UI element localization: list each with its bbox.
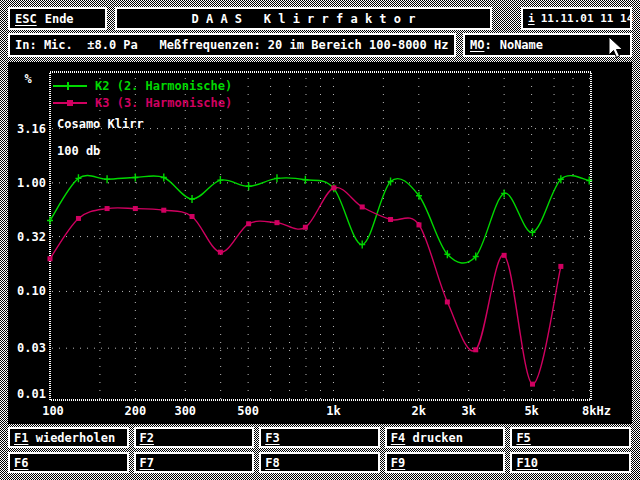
svg-text:%: % [24, 72, 32, 86]
input-status-bar: In: Mic. ±8.0 Pa Meßfrequenzen: 20 im Be… [8, 33, 456, 57]
level-label: 100 db [57, 144, 100, 158]
svg-text:100: 100 [42, 404, 64, 418]
esc-label: Ende [45, 12, 74, 26]
plus-marker-icon [67, 82, 69, 90]
svg-text:0.32: 0.32 [17, 230, 46, 244]
function-key-row-1: F1 wiederholen F2 F3 F4 drucken F5 [8, 427, 631, 448]
info-key: i [528, 12, 535, 25]
svg-text:8kHz: 8kHz [582, 404, 611, 418]
legend-k2: K2 (2. Harmonische) [53, 79, 232, 93]
svg-text:500: 500 [237, 404, 259, 418]
svg-text:0.03: 0.03 [17, 341, 46, 355]
mo-separator: : [484, 38, 491, 52]
f3-button[interactable]: F3 [259, 427, 380, 448]
k2-line-swatch [53, 85, 87, 87]
info-button[interactable]: i 11.11.01 11 14 [521, 7, 632, 30]
f1-button[interactable]: F1 wiederholen [8, 427, 129, 448]
svg-text:3.16: 3.16 [17, 122, 46, 136]
svg-text:0.10: 0.10 [17, 284, 46, 298]
svg-text:3k: 3k [461, 404, 476, 418]
chart-panel: %3.161.000.320.100.030.011002003005001k2… [8, 62, 632, 424]
f7-button[interactable]: F7 [134, 452, 255, 473]
f5-button[interactable]: F5 [510, 427, 631, 448]
daas-screen: ESC Ende D A A S K l i r r f a k t o r i… [0, 0, 640, 480]
app-title: D A A S K l i r r f a k t o r [192, 12, 416, 26]
svg-text:300: 300 [174, 404, 196, 418]
mo-key: MO [470, 38, 484, 52]
k3-line-swatch [53, 102, 87, 104]
title-bar: D A A S K l i r r f a k t o r [115, 7, 492, 30]
square-marker-icon [67, 100, 73, 106]
input-status-text: In: Mic. ±8.0 Pa Meßfrequenzen: 20 im Be… [15, 38, 448, 52]
mo-value: NoName [500, 38, 543, 52]
esc-button[interactable]: ESC Ende [8, 7, 107, 30]
legend-k3: K3 (3. Harmonische) [53, 96, 232, 110]
svg-text:1k: 1k [326, 404, 341, 418]
legend-k2-label: K2 (2. Harmonische) [95, 79, 232, 93]
f6-button[interactable]: F6 [8, 452, 129, 473]
f10-button[interactable]: F10 [510, 452, 631, 473]
svg-text:0.01: 0.01 [17, 387, 46, 401]
svg-text:2k: 2k [412, 404, 427, 418]
mo-button[interactable]: MO: NoName [463, 33, 632, 57]
f2-button[interactable]: F2 [134, 427, 255, 448]
f4-button[interactable]: F4 drucken [385, 427, 506, 448]
svg-text:200: 200 [124, 404, 146, 418]
f8-button[interactable]: F8 [259, 452, 380, 473]
mouse-cursor-icon [608, 36, 628, 60]
datetime-label: 11.11.01 11 14 [541, 12, 634, 25]
svg-text:1.00: 1.00 [17, 176, 46, 190]
legend-k3-label: K3 (3. Harmonische) [95, 96, 232, 110]
svg-text:5k: 5k [524, 404, 539, 418]
measurement-title: Cosamo Klirr [57, 117, 144, 131]
f9-button[interactable]: F9 [385, 452, 506, 473]
esc-key: ESC [15, 12, 37, 26]
function-key-row-2: F6 F7 F8 F9 F10 [8, 452, 631, 473]
